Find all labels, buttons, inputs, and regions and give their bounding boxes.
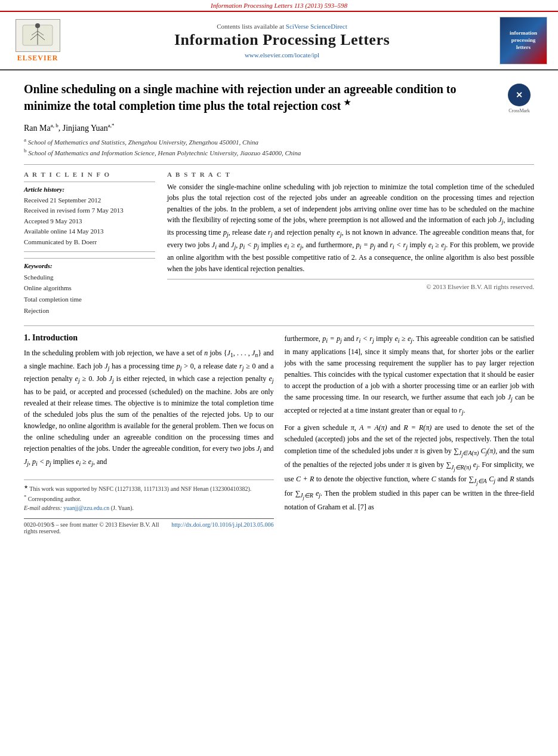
- issn-text: 0020-0190/$ – see front matter © 2013 El…: [24, 521, 171, 534]
- authors-line: Ran Maa, b, Jinjiang Yuana,*: [24, 122, 534, 133]
- footnote-star: ★ This work was supported by NSFC (11271…: [24, 484, 274, 493]
- main-col-right: furthermore, pi = pj and ri < rj imply e…: [285, 333, 535, 534]
- keyword-rejection: Rejection: [24, 305, 155, 316]
- affil-b-sup: b: [24, 147, 27, 153]
- ipl-logo: information processing letters: [500, 17, 547, 64]
- sciverse-link[interactable]: SciVerse ScienceDirect: [286, 23, 347, 30]
- elsevier-logo: ELSEVIER: [11, 19, 64, 63]
- ipl-logo-text: information processing letters: [510, 30, 537, 51]
- section1-heading: 1. Introduction: [24, 333, 274, 343]
- elsevier-logo-image: [16, 19, 60, 52]
- available-text: Contents lists available at: [217, 23, 284, 30]
- affiliations: a School of Mathematics and Statistics, …: [24, 136, 534, 158]
- keyword-online: Online algorithms: [24, 282, 155, 294]
- doi-anchor[interactable]: http://dx.doi.org/10.1016/j.ipl.2013.05.…: [171, 521, 273, 528]
- article-title-text: Online scheduling on a single machine wi…: [24, 82, 457, 112]
- article-body: Online scheduling on a single machine wi…: [0, 70, 558, 545]
- history-communicated: Communicated by B. Doerr: [24, 237, 155, 248]
- abstract-text: We consider the single-machine online sc…: [167, 182, 534, 275]
- article-info-label: A R T I C L E I N F O: [24, 171, 155, 178]
- page-footer: 0020-0190/$ – see front matter © 2013 El…: [24, 518, 274, 534]
- copyright-line: © 2013 Elsevier B.V. All rights reserved…: [167, 279, 534, 290]
- section-divider-2: [24, 325, 534, 326]
- footnote-corresponding: * Corresponding author.: [24, 494, 274, 503]
- main-col-left: 1. Introduction In the scheduling proble…: [24, 333, 274, 534]
- email-link[interactable]: yuanjj@zzu.edu.cn: [63, 505, 109, 511]
- article-history: Article history: Received 21 September 2…: [24, 182, 155, 252]
- abstract-col: A B S T R A C T We consider the single-m…: [167, 171, 534, 316]
- keyword-completion: Total completion time: [24, 294, 155, 305]
- journal-title: Information Processing Letters: [64, 31, 500, 49]
- main-content: 1. Introduction In the scheduling proble…: [24, 333, 534, 534]
- keywords-label: Keywords:: [24, 262, 155, 269]
- journal-reference-text: Information Processing Letters 113 (2013…: [211, 2, 347, 9]
- article-title: Online scheduling on a single machine wi…: [24, 81, 504, 114]
- article-info-abstract: A R T I C L E I N F O Article history: R…: [24, 171, 534, 316]
- author2-name: Jinjiang Yuan: [63, 123, 108, 132]
- doi-link[interactable]: http://dx.doi.org/10.1016/j.ipl.2013.05.…: [171, 521, 273, 534]
- crossmark-badge: ✕ CrossMark: [504, 84, 534, 113]
- section1-para3: For a given schedule π, A = A(π) and R =…: [285, 422, 535, 513]
- abstract-label: A B S T R A C T: [167, 171, 534, 178]
- svg-point-2: [35, 23, 40, 28]
- sciverse-line: Contents lists available at SciVerse Sci…: [64, 23, 500, 30]
- title-star: ★: [344, 98, 351, 107]
- history-accepted: Accepted 9 May 2013: [24, 216, 155, 227]
- journal-reference-bar: Information Processing Letters 113 (2013…: [0, 0, 558, 12]
- affiliation-a: a School of Mathematics and Statistics, …: [24, 136, 534, 147]
- history-online: Available online 14 May 2013: [24, 226, 155, 237]
- crossmark-label: CrossMark: [508, 108, 530, 113]
- article-info-col: A R T I C L E I N F O Article history: R…: [24, 171, 155, 316]
- affiliation-b: b School of Mathematics and Information …: [24, 147, 534, 158]
- section1-para1: In the scheduling problem with job rejec…: [24, 348, 274, 469]
- article-footer: ★ This work was supported by NSFC (11271…: [24, 480, 274, 512]
- article-title-section: Online scheduling on a single machine wi…: [24, 81, 534, 114]
- author1-name: Ran Ma: [24, 123, 51, 132]
- section1-para2: furthermore, pi = pj and ri < rj imply e…: [285, 333, 535, 417]
- elsevier-brand-text: ELSEVIER: [17, 54, 58, 63]
- history-received: Received 21 September 2012: [24, 195, 155, 206]
- footnote-star-sym: ★: [24, 484, 28, 490]
- crossmark-icon: ✕: [508, 84, 531, 106]
- email-label: E-mail address:: [24, 505, 62, 511]
- footnote-email: E-mail address: yuanjj@zzu.edu.cn (J. Yu…: [24, 503, 274, 512]
- section-divider-1: [24, 164, 534, 165]
- affil-a-sup: a: [24, 137, 26, 143]
- history-revised: Received in revised form 7 May 2013: [24, 205, 155, 216]
- author1-sup: a, b: [51, 122, 58, 128]
- author2-sup: a,*: [108, 122, 115, 128]
- keyword-scheduling: Scheduling: [24, 272, 155, 283]
- section1-num: 1.: [24, 333, 30, 342]
- history-label: Article history:: [24, 186, 155, 193]
- abstract-paragraph: We consider the single-machine online sc…: [167, 182, 534, 275]
- journal-url-text: www.elsevier.com/locate/ipl: [245, 51, 319, 59]
- sciverse-link-text: SciVerse ScienceDirect: [286, 23, 347, 30]
- journal-url[interactable]: www.elsevier.com/locate/ipl: [64, 51, 500, 59]
- journal-center-info: Contents lists available at SciVerse Sci…: [64, 23, 500, 59]
- journal-header: ELSEVIER Contents lists available at Sci…: [0, 12, 558, 70]
- keywords-section: Keywords: Scheduling Online algorithms T…: [24, 258, 155, 316]
- footnote-star2-sym: *: [24, 494, 26, 500]
